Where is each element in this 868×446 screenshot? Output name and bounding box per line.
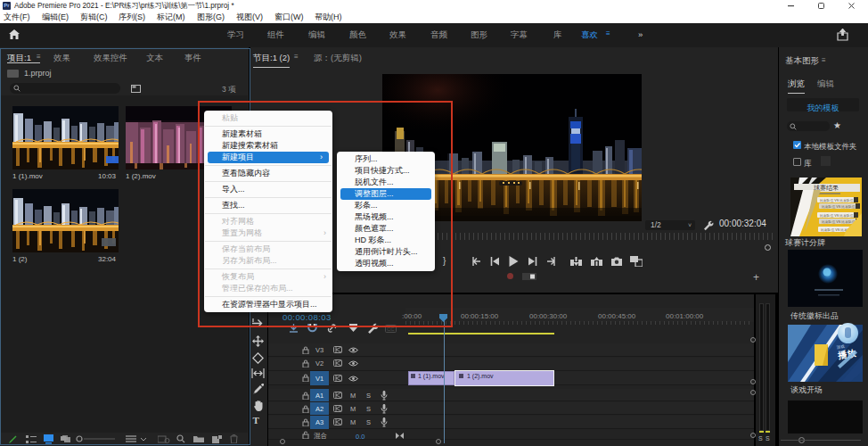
svg-text:比赛队伍 VS 比赛队伍: 比赛队伍 VS 比赛队伍 bbox=[820, 198, 854, 202]
svg-text:比赛队伍 VS 比赛队伍: 比赛队伍 VS 比赛队伍 bbox=[822, 219, 856, 224]
svg-text:比赛队伍 VS 比赛队伍: 比赛队伍 VS 比赛队伍 bbox=[822, 204, 856, 209]
svg-text:比赛队伍 VS 比赛队伍: 比赛队伍 VS 比赛队伍 bbox=[820, 213, 854, 218]
